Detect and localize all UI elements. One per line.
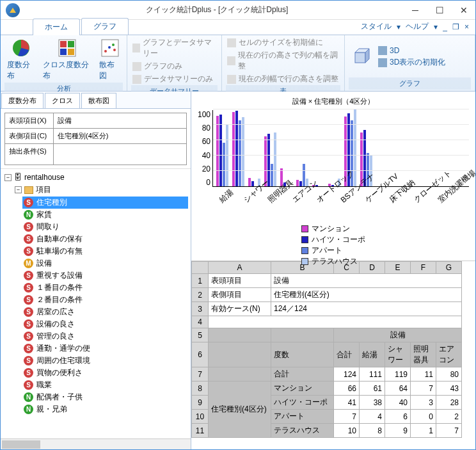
tree-item[interactable]: S駐車場の有無 <box>22 245 188 257</box>
bar <box>274 133 276 186</box>
table-adjust-height[interactable]: 現在の列幅で行の高さを調整 <box>226 73 340 85</box>
tree-collapse-icon[interactable]: − <box>15 186 22 193</box>
summary-graph-only[interactable]: グラフのみ <box>131 60 218 72</box>
tree-item[interactable]: N配偶者・子供 <box>22 391 188 403</box>
cond-label: 抽出条件(S) <box>5 144 54 165</box>
tree-item-label: 設備の良さ <box>36 319 75 330</box>
tree-item[interactable]: S１番目の条件 <box>22 282 188 294</box>
type-icon: S <box>24 380 33 390</box>
svg-rect-4 <box>60 49 67 55</box>
head-item-value[interactable]: 設備 <box>54 113 186 128</box>
subtab-cross[interactable]: クロス <box>45 93 80 108</box>
type-icon: N <box>24 392 33 402</box>
mdi-restore-icon[interactable]: ❐ <box>452 22 459 31</box>
close-button[interactable]: ✕ <box>457 4 470 17</box>
chart-title: 設備 × 住宅種別（4区分） <box>198 97 469 106</box>
tree-item[interactable]: S周囲の住宅環境 <box>22 355 188 367</box>
horizontal-scrollbar[interactable] <box>1 438 191 449</box>
type-icon: S <box>24 271 33 280</box>
bar <box>239 120 241 186</box>
tree-folder-label[interactable]: 項目 <box>36 184 51 195</box>
bar <box>271 164 273 186</box>
table-reset-size[interactable]: セルのサイズを初期値に <box>226 36 340 49</box>
minimize-button[interactable]: ─ <box>409 4 422 17</box>
scatter-button[interactable]: 散布図 <box>97 36 123 83</box>
svg-point-9 <box>112 44 115 46</box>
threed-label[interactable]: 3D <box>377 45 447 56</box>
chart-legend: マンションハイツ・コーポアパートテラスハウス <box>301 223 365 267</box>
subtab-freq[interactable]: 度数分布 <box>1 93 44 108</box>
tree-item-label: 配偶者・子供 <box>36 392 83 403</box>
table-adjust-width[interactable]: 現在の行の高さで列の幅を調整 <box>226 49 340 72</box>
cross-label: クロス度数分布 <box>43 60 92 81</box>
tree-item-label: 自動車の保有 <box>36 234 83 245</box>
cond-value[interactable] <box>54 144 186 165</box>
bar <box>216 116 219 186</box>
tree-item[interactable]: S重視する設備 <box>22 269 188 282</box>
tree-item-label: 家賃 <box>36 209 52 220</box>
tree-item[interactable]: S居室の広さ <box>22 306 188 318</box>
type-icon: S <box>24 344 33 353</box>
threed-toggle[interactable] <box>349 45 374 69</box>
type-icon: S <box>24 222 33 232</box>
style-menu[interactable]: スタイル <box>361 21 392 32</box>
side-item-label: 表側項目(C) <box>5 129 54 143</box>
head-item-label: 表頭項目(X) <box>5 113 54 128</box>
summary-data-only[interactable]: データサマリーのみ <box>131 73 218 85</box>
tree-item-label: 設備 <box>36 258 52 269</box>
tree-item[interactable]: S通勤・通学の便 <box>22 342 188 355</box>
tree-collapse-icon[interactable]: − <box>4 174 12 181</box>
tree-item[interactable]: S自動車の保有 <box>22 233 188 245</box>
tree-item[interactable]: S設備の良さ <box>22 318 188 330</box>
bar <box>232 112 235 186</box>
tree-item[interactable]: S２番目の条件 <box>22 294 188 306</box>
tree-item[interactable]: S買物の便利さ <box>22 367 188 379</box>
subtab-scatter[interactable]: 散布図 <box>81 93 116 108</box>
left-panel: 度数分布 クロス 散布図 表頭項目(X)設備 表側項目(C)住宅種別(4区分) … <box>1 92 191 449</box>
cross-button[interactable]: クロス度数分布 <box>40 36 95 83</box>
freq-button[interactable]: 度数分布 <box>4 36 38 83</box>
bar <box>251 181 254 186</box>
app-icon <box>6 3 20 17</box>
bar <box>299 181 302 186</box>
type-icon: N <box>24 405 33 414</box>
tree-item[interactable]: S管理の良さ <box>22 330 188 342</box>
tree-item[interactable]: S住宅種別 <box>22 197 188 209</box>
svg-point-8 <box>108 46 111 49</box>
side-item-value[interactable]: 住宅種別(4区分) <box>54 129 186 143</box>
mdi-minimize-icon[interactable]: _ <box>443 22 447 31</box>
maximize-button[interactable]: ☐ <box>433 4 446 17</box>
type-icon: M <box>24 259 33 268</box>
tree-item[interactable]: N家賃 <box>22 209 188 221</box>
tree-root-label[interactable]: rentalhouse <box>24 173 65 182</box>
threed-reset[interactable]: 3D表示の初期化 <box>377 56 447 68</box>
bar <box>235 111 238 186</box>
type-icon: S <box>24 198 33 207</box>
svg-rect-11 <box>355 52 365 63</box>
ribbon-tabs: ホーム グラフ スタイル▾ ヘルプ▾ _ ❐ × <box>1 20 475 35</box>
type-icon: S <box>24 307 33 317</box>
data-grid[interactable]: ABCDEFG1表頭項目設備2表側項目住宅種別(4区分)3有効ケース(N)124… <box>191 261 475 449</box>
bar <box>303 164 305 186</box>
svg-rect-5 <box>68 49 74 55</box>
tree-item-label: 重視する設備 <box>36 270 83 281</box>
tree-view[interactable]: −🗄rentalhouse −項目 S住宅種別N家賃S間取りS自動車の保有S駐車… <box>1 169 191 438</box>
type-icon: S <box>24 246 33 256</box>
summary-graph-data[interactable]: グラフとデータサマリー <box>131 36 218 60</box>
help-menu[interactable]: ヘルプ <box>406 21 429 32</box>
tree-item[interactable]: S職業 <box>22 379 188 391</box>
tree-item[interactable]: M設備 <box>22 257 188 269</box>
tab-home[interactable]: ホーム <box>33 19 80 35</box>
tree-item[interactable]: S間取り <box>22 221 188 233</box>
svg-point-10 <box>113 49 116 51</box>
database-icon: 🗄 <box>14 173 22 182</box>
title-bar: クイック統計Dplus - [クイック統計Dplus] ─ ☐ ✕ <box>1 1 475 20</box>
type-icon: S <box>24 319 33 329</box>
bar <box>219 115 222 186</box>
ribbon: 度数分布 クロス度数分布 散布図 分析 グラフとデータサマリー グラフのみ デー… <box>1 35 475 92</box>
mdi-close-icon[interactable]: × <box>464 22 469 31</box>
tab-graph[interactable]: グラフ <box>81 18 129 35</box>
tree-item[interactable]: N親・兄弟 <box>22 403 188 415</box>
tree-item-label: 管理の良さ <box>36 331 75 342</box>
bar <box>267 134 270 186</box>
